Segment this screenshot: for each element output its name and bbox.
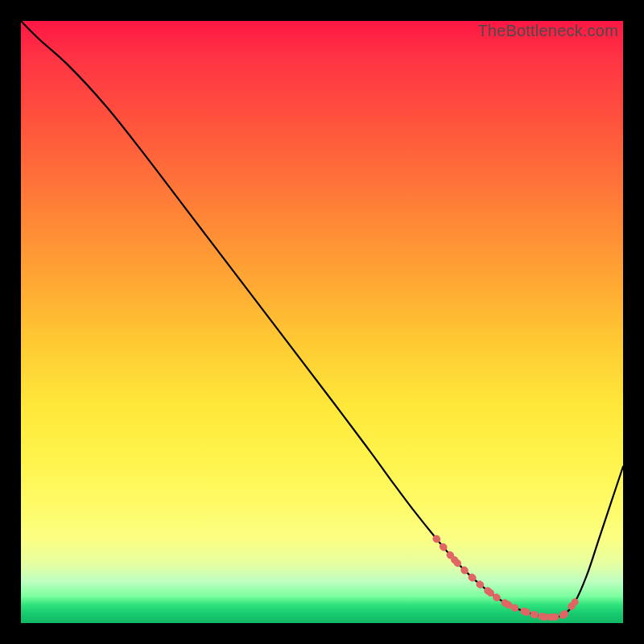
highlight-dot — [469, 574, 477, 581]
highlight-dot — [505, 601, 512, 609]
highlight-dot — [559, 612, 567, 619]
curve-highlight-dots — [433, 535, 579, 621]
highlight-dot — [572, 598, 579, 605]
highlight-dot — [539, 613, 546, 620]
highlight-dot — [487, 589, 494, 597]
chart-overlay — [21, 21, 623, 623]
bottleneck-curve — [21, 21, 623, 617]
highlight-dot — [547, 613, 555, 621]
highlight-dot — [523, 609, 530, 616]
highlight-dot — [433, 535, 440, 543]
gradient-plot-area: TheBottleneck.com — [21, 21, 623, 623]
highlight-dot — [451, 556, 458, 564]
